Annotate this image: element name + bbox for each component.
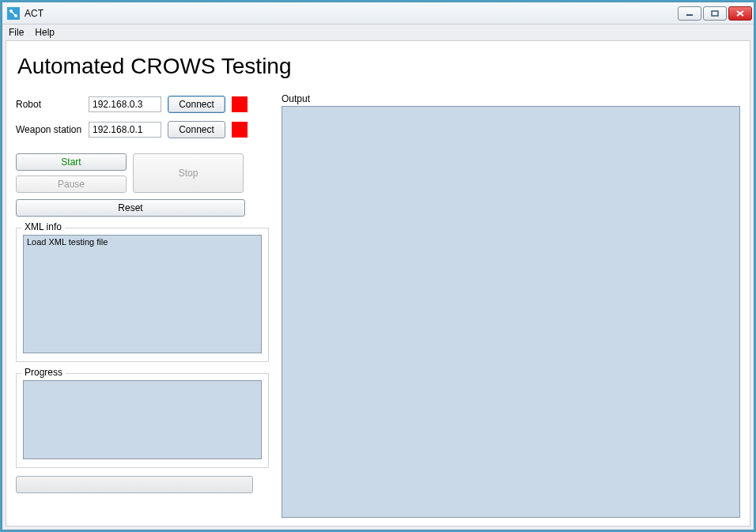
pause-button[interactable]: Pause (16, 175, 127, 193)
menu-file[interactable]: File (9, 27, 24, 38)
weapon-ip-input[interactable] (89, 122, 161, 138)
output-label: Output (282, 93, 740, 104)
maximize-icon (711, 10, 719, 17)
weapon-status-indicator (232, 122, 248, 138)
robot-label: Robot (16, 99, 89, 110)
menu-help[interactable]: Help (35, 27, 55, 38)
robot-ip-input[interactable] (89, 96, 161, 112)
progress-group: Progress (16, 373, 269, 468)
progress-bar (16, 476, 253, 493)
page-title: Automated CROWS Testing (17, 54, 740, 79)
menu-bar: File Help (2, 25, 754, 40)
stop-button[interactable]: Stop (133, 153, 244, 193)
xml-info-group-label: XML info (21, 221, 65, 232)
weapon-label: Weapon station (16, 124, 89, 135)
app-icon (7, 7, 20, 20)
progress-box[interactable] (23, 380, 262, 459)
client-area: Automated CROWS Testing Robot Connect We… (6, 40, 750, 526)
right-panel: Output (282, 93, 740, 518)
connection-row-weapon: Weapon station Connect (16, 119, 269, 141)
control-button-grid: Start Pause Stop (16, 153, 269, 193)
minimize-button[interactable] (678, 6, 701, 21)
window-title: ACT (25, 8, 43, 19)
left-panel: Robot Connect Weapon station Connect (16, 93, 269, 518)
robot-status-indicator (232, 96, 248, 112)
start-button[interactable]: Start (16, 153, 127, 171)
title-bar: ACT (2, 2, 754, 25)
xml-info-group: XML info Load XML testing file (16, 228, 269, 362)
close-icon (736, 10, 744, 17)
minimize-icon (686, 10, 694, 17)
weapon-connect-button[interactable]: Connect (168, 121, 225, 138)
close-button[interactable] (728, 6, 752, 21)
robot-connect-button[interactable]: Connect (168, 96, 225, 113)
connection-row-robot: Robot Connect (16, 93, 269, 115)
output-box[interactable] (282, 106, 740, 518)
xml-info-box[interactable]: Load XML testing file (23, 235, 262, 353)
progress-group-label: Progress (21, 367, 66, 378)
svg-rect-4 (712, 11, 718, 16)
application-window: ACT File Help Automated CROWS Testing (2, 2, 754, 530)
maximize-button[interactable] (703, 6, 727, 21)
reset-button[interactable]: Reset (16, 199, 245, 217)
